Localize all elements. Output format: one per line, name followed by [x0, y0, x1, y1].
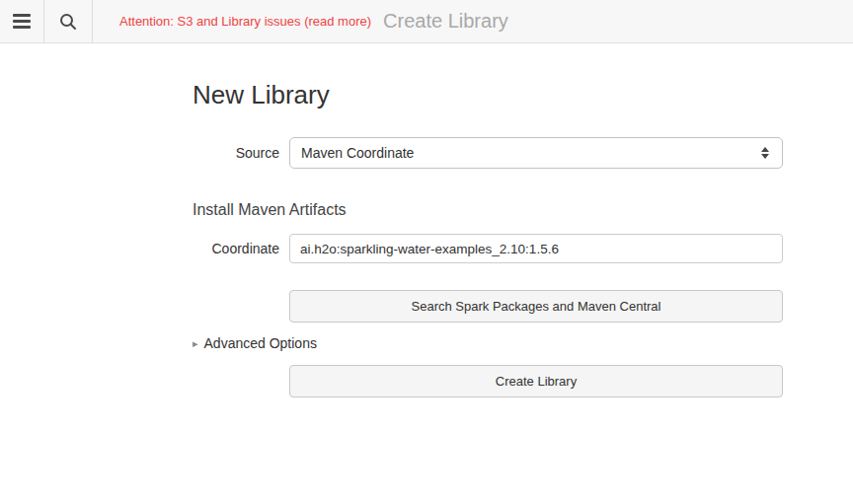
advanced-options-label: Advanced Options — [204, 335, 317, 351]
search-button[interactable] — [44, 0, 93, 42]
search-icon — [58, 12, 78, 32]
page-title: New Library — [193, 80, 785, 110]
top-navigation-bar: Attention: S3 and Library issues (read m… — [0, 0, 853, 43]
coordinate-input[interactable] — [289, 234, 783, 263]
source-label: Source — [193, 145, 279, 161]
select-stepper-icon — [761, 147, 769, 159]
section-heading: Install Maven Artifacts — [193, 201, 785, 219]
source-select-value: Maven Coordinate — [301, 145, 414, 161]
coordinate-label: Coordinate — [193, 241, 279, 256]
search-packages-button[interactable]: Search Spark Packages and Maven Central — [289, 290, 783, 323]
source-select[interactable]: Maven Coordinate — [289, 137, 783, 169]
topbar-page-title: Create Library — [383, 10, 508, 33]
coordinate-row: Coordinate — [193, 234, 785, 263]
menu-button[interactable] — [0, 0, 44, 42]
attention-notice-link[interactable]: Attention: S3 and Library issues (read m… — [119, 14, 371, 29]
disclosure-triangle-icon: ▸ — [193, 338, 198, 349]
source-row: Source Maven Coordinate — [193, 137, 785, 169]
create-library-form: New Library Source Maven Coordinate Inst… — [193, 80, 785, 397]
advanced-options-toggle[interactable]: ▸ Advanced Options — [193, 335, 317, 351]
hamburger-icon — [13, 14, 31, 29]
create-library-button[interactable]: Create Library — [289, 365, 783, 397]
